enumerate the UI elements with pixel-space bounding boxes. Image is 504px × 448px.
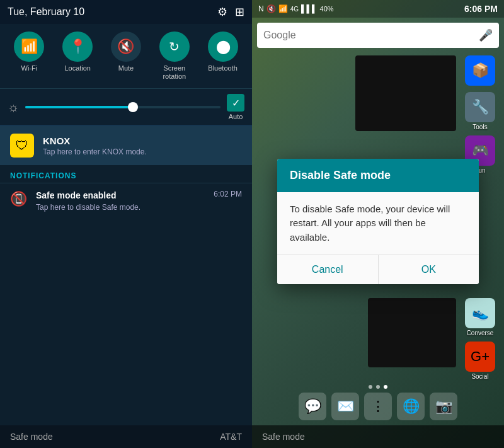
location-label: Location	[64, 64, 91, 72]
bluetooth-icon: ⬤	[216, 39, 230, 54]
bluetooth-icon-circle: ⬤	[208, 32, 238, 62]
toggle-screen-rotation[interactable]: ↻ Screenrotation	[152, 32, 197, 81]
wifi-icon-circle: 📶	[14, 32, 44, 62]
notification-title: Safe mode enabled	[36, 190, 117, 200]
bluetooth-label: Bluetooth	[208, 64, 237, 72]
settings-gear-icon[interactable]: ⚙	[217, 5, 227, 19]
4g-icon: 4G	[290, 6, 299, 13]
date-text: Tue, February 10	[8, 6, 84, 18]
bottom-bar-right: Safe mode	[252, 425, 504, 448]
left-panel: Tue, February 10 ⚙ ⊞ 📶 Wi-Fi 📍 Location …	[0, 0, 252, 448]
knox-icon: 🛡	[10, 134, 34, 158]
status-icons-right-left: N 🔇 📶 4G ▌▌▌ 40%	[258, 4, 334, 13]
wifi-status-icon: 📶	[278, 4, 288, 13]
location-icon: 📍	[69, 38, 86, 55]
knox-notification[interactable]: 🛡 KNOX Tap here to enter KNOX mode.	[0, 125, 252, 165]
toggle-wifi[interactable]: 📶 Wi-Fi	[6, 32, 52, 81]
disable-safe-mode-dialog: Disable Safe mode To disable Safe mode, …	[277, 159, 479, 285]
brightness-slider[interactable]	[25, 106, 220, 108]
status-icons-left: ⚙ ⊞	[217, 5, 244, 19]
grid-icon[interactable]: ⊞	[235, 5, 244, 19]
screen-rotation-label: Screenrotation	[163, 64, 186, 81]
notification-content: Safe mode enabled Tap here to disable Sa…	[36, 190, 205, 212]
knox-title: KNOX	[43, 135, 147, 146]
safe-mode-text-right: Safe mode	[262, 432, 305, 442]
right-panel: N 🔇 📶 4G ▌▌▌ 40% 6:06 PM Google 🎤 📦 🔧 To…	[252, 0, 504, 448]
knox-text: KNOX Tap here to enter KNOX mode.	[43, 135, 147, 156]
quick-toggles: 📶 Wi-Fi 📍 Location 🔇 Mute ↻ Screenrotati…	[0, 24, 252, 88]
dialog-overlay: Disable Safe mode To disable Safe mode, …	[252, 18, 504, 425]
wifi-icon: 📶	[21, 38, 38, 55]
knox-subtitle: Tap here to enter KNOX mode.	[43, 147, 147, 156]
brightness-thumb	[128, 102, 138, 112]
battery-text: 40%	[320, 5, 334, 13]
mute-icon-circle: 🔇	[111, 32, 141, 62]
toggle-mute[interactable]: 🔇 Mute	[103, 32, 149, 81]
location-icon-circle: 📍	[62, 32, 93, 62]
auto-label: Auto	[229, 113, 243, 120]
status-bar-left: Tue, February 10 ⚙ ⊞	[0, 0, 252, 24]
signal-icon: ▌▌▌	[301, 4, 318, 13]
bottom-bar-left: Safe mode AT&T	[0, 425, 252, 448]
time-display: 6:06 PM	[464, 4, 498, 14]
dialog-title: Disable Safe mode	[277, 159, 479, 192]
dialog-cancel-button[interactable]: Cancel	[277, 255, 379, 284]
notification-subtitle: Tap here to disable Safe mode.	[36, 203, 140, 212]
mute-label: Mute	[118, 64, 134, 72]
status-bar-right: N 🔇 📶 4G ▌▌▌ 40% 6:06 PM	[252, 0, 504, 18]
notifications-header: NOTIFICATIONS	[0, 165, 252, 183]
screen-rotation-icon: ↻	[169, 39, 180, 54]
dialog-body: To disable Safe mode, your device will r…	[277, 192, 479, 255]
auto-col: ✓ Auto	[227, 94, 244, 120]
toggle-location[interactable]: 📍 Location	[55, 32, 100, 81]
wifi-label: Wi-Fi	[21, 64, 38, 72]
auto-checkbox[interactable]: ✓	[227, 94, 244, 112]
brightness-row: ☼ ✓ Auto	[0, 88, 252, 125]
mute-icon: 🔇	[117, 38, 134, 55]
screen-rotation-icon-circle: ↻	[159, 32, 190, 62]
sound-off-icon: 🔇	[266, 4, 276, 13]
nfc-icon: N	[258, 4, 264, 13]
brightness-fill	[25, 106, 132, 108]
safe-mode-text-left: Safe mode	[10, 432, 53, 442]
toggle-bluetooth[interactable]: ⬤ Bluetooth	[200, 32, 246, 81]
notification-time: 6:02 PM	[214, 190, 242, 198]
dialog-ok-button[interactable]: OK	[379, 255, 479, 284]
notification-safe-mode[interactable]: 📵 Safe mode enabled Tap here to disable …	[0, 183, 252, 219]
brightness-icon: ☼	[8, 100, 19, 115]
safe-mode-icon: 📵	[10, 191, 27, 207]
dialog-buttons: Cancel OK	[277, 255, 479, 284]
carrier-text: AT&T	[220, 432, 242, 442]
